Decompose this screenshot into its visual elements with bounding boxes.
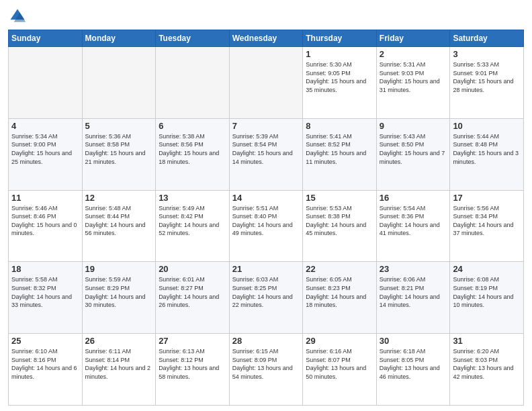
page: SundayMondayTuesdayWednesdayThursdayFrid… (0, 0, 532, 411)
calendar-cell: 9Sunrise: 5:43 AMSunset: 8:50 PMDaylight… (376, 118, 450, 190)
day-number: 23 (380, 264, 447, 274)
calendar-cell: 8Sunrise: 5:41 AMSunset: 8:52 PMDaylight… (303, 118, 377, 190)
calendar-week-row: 25Sunrise: 6:10 AMSunset: 8:16 PMDayligh… (9, 334, 524, 406)
day-number: 28 (232, 336, 300, 346)
day-number: 17 (453, 193, 521, 203)
day-info: Sunrise: 5:34 AMSunset: 9:00 PMDaylight:… (11, 132, 79, 166)
day-number: 4 (11, 121, 79, 131)
calendar-cell: 13Sunrise: 5:49 AMSunset: 8:42 PMDayligh… (156, 190, 230, 262)
day-number: 14 (232, 193, 300, 203)
day-number: 2 (380, 49, 447, 59)
calendar-table: SundayMondayTuesdayWednesdayThursdayFrid… (8, 30, 524, 406)
day-info: Sunrise: 5:49 AMSunset: 8:42 PMDaylight:… (159, 204, 226, 238)
col-header-wednesday: Wednesday (229, 30, 303, 47)
calendar-cell: 12Sunrise: 5:48 AMSunset: 8:44 PMDayligh… (82, 190, 156, 262)
day-info: Sunrise: 5:43 AMSunset: 8:50 PMDaylight:… (380, 132, 447, 166)
calendar-week-row: 18Sunrise: 5:58 AMSunset: 8:32 PMDayligh… (9, 262, 524, 334)
calendar-cell: 17Sunrise: 5:56 AMSunset: 8:34 PMDayligh… (450, 190, 524, 262)
day-info: Sunrise: 6:13 AMSunset: 8:12 PMDaylight:… (159, 347, 226, 381)
day-number: 15 (306, 193, 373, 203)
day-info: Sunrise: 5:41 AMSunset: 8:52 PMDaylight:… (306, 132, 373, 166)
day-number: 6 (159, 121, 226, 131)
day-number: 27 (159, 336, 226, 346)
calendar-cell: 7Sunrise: 5:39 AMSunset: 8:54 PMDaylight… (229, 118, 303, 190)
day-number: 1 (306, 49, 373, 59)
day-info: Sunrise: 5:31 AMSunset: 9:03 PMDaylight:… (380, 60, 447, 94)
calendar-cell: 20Sunrise: 6:01 AMSunset: 8:27 PMDayligh… (156, 262, 230, 334)
day-info: Sunrise: 5:46 AMSunset: 8:46 PMDaylight:… (11, 204, 79, 238)
day-info: Sunrise: 6:18 AMSunset: 8:05 PMDaylight:… (380, 347, 447, 381)
day-info: Sunrise: 5:36 AMSunset: 8:58 PMDaylight:… (85, 132, 153, 166)
day-info: Sunrise: 6:20 AMSunset: 8:03 PMDaylight:… (453, 347, 521, 381)
day-info: Sunrise: 6:05 AMSunset: 8:23 PMDaylight:… (306, 275, 373, 309)
day-info: Sunrise: 6:15 AMSunset: 8:09 PMDaylight:… (232, 347, 300, 381)
day-info: Sunrise: 5:51 AMSunset: 8:40 PMDaylight:… (232, 204, 300, 238)
col-header-monday: Monday (82, 30, 156, 47)
calendar-cell: 28Sunrise: 6:15 AMSunset: 8:09 PMDayligh… (229, 334, 303, 406)
calendar-cell: 27Sunrise: 6:13 AMSunset: 8:12 PMDayligh… (156, 334, 230, 406)
day-number: 10 (453, 121, 521, 131)
day-number: 31 (453, 336, 521, 346)
col-header-tuesday: Tuesday (156, 30, 230, 47)
calendar-cell: 29Sunrise: 6:16 AMSunset: 8:07 PMDayligh… (303, 334, 377, 406)
logo-icon (8, 7, 27, 26)
day-number: 29 (306, 336, 373, 346)
day-number: 9 (380, 121, 447, 131)
day-info: Sunrise: 5:38 AMSunset: 8:56 PMDaylight:… (159, 132, 226, 166)
calendar-cell: 19Sunrise: 5:59 AMSunset: 8:29 PMDayligh… (82, 262, 156, 334)
header (8, 7, 524, 26)
calendar-header-row: SundayMondayTuesdayWednesdayThursdayFrid… (9, 30, 524, 47)
day-info: Sunrise: 5:44 AMSunset: 8:48 PMDaylight:… (453, 132, 521, 166)
day-info: Sunrise: 6:06 AMSunset: 8:21 PMDaylight:… (380, 275, 447, 309)
day-number: 22 (306, 264, 373, 274)
calendar-cell: 16Sunrise: 5:54 AMSunset: 8:36 PMDayligh… (376, 190, 450, 262)
day-number: 8 (306, 121, 373, 131)
calendar-cell: 14Sunrise: 5:51 AMSunset: 8:40 PMDayligh… (229, 190, 303, 262)
day-info: Sunrise: 5:54 AMSunset: 8:36 PMDaylight:… (380, 204, 447, 238)
day-info: Sunrise: 5:56 AMSunset: 8:34 PMDaylight:… (453, 204, 521, 238)
calendar-cell: 23Sunrise: 6:06 AMSunset: 8:21 PMDayligh… (376, 262, 450, 334)
calendar-cell: 4Sunrise: 5:34 AMSunset: 9:00 PMDaylight… (9, 118, 83, 190)
calendar-cell: 15Sunrise: 5:53 AMSunset: 8:38 PMDayligh… (303, 190, 377, 262)
calendar-week-row: 1Sunrise: 5:30 AMSunset: 9:05 PMDaylight… (9, 47, 524, 119)
day-number: 13 (159, 193, 226, 203)
day-number: 25 (11, 336, 79, 346)
calendar-cell: 22Sunrise: 6:05 AMSunset: 8:23 PMDayligh… (303, 262, 377, 334)
calendar-cell: 11Sunrise: 5:46 AMSunset: 8:46 PMDayligh… (9, 190, 83, 262)
calendar-cell: 25Sunrise: 6:10 AMSunset: 8:16 PMDayligh… (9, 334, 83, 406)
day-number: 16 (380, 193, 447, 203)
calendar-cell: 24Sunrise: 6:08 AMSunset: 8:19 PMDayligh… (450, 262, 524, 334)
day-info: Sunrise: 5:58 AMSunset: 8:32 PMDaylight:… (11, 275, 79, 309)
calendar-cell: 10Sunrise: 5:44 AMSunset: 8:48 PMDayligh… (450, 118, 524, 190)
col-header-friday: Friday (376, 30, 450, 47)
day-info: Sunrise: 6:01 AMSunset: 8:27 PMDaylight:… (159, 275, 226, 309)
day-number: 26 (85, 336, 153, 346)
calendar-cell: 21Sunrise: 6:03 AMSunset: 8:25 PMDayligh… (229, 262, 303, 334)
day-number: 30 (380, 336, 447, 346)
day-info: Sunrise: 5:30 AMSunset: 9:05 PMDaylight:… (306, 60, 373, 94)
calendar-cell: 3Sunrise: 5:33 AMSunset: 9:01 PMDaylight… (450, 47, 524, 119)
col-header-thursday: Thursday (303, 30, 377, 47)
day-info: Sunrise: 6:16 AMSunset: 8:07 PMDaylight:… (306, 347, 373, 381)
day-number: 21 (232, 264, 300, 274)
day-info: Sunrise: 6:11 AMSunset: 8:14 PMDaylight:… (85, 347, 153, 381)
day-number: 20 (159, 264, 226, 274)
calendar-cell: 5Sunrise: 5:36 AMSunset: 8:58 PMDaylight… (82, 118, 156, 190)
day-info: Sunrise: 5:48 AMSunset: 8:44 PMDaylight:… (85, 204, 153, 238)
day-info: Sunrise: 5:39 AMSunset: 8:54 PMDaylight:… (232, 132, 300, 166)
day-info: Sunrise: 5:53 AMSunset: 8:38 PMDaylight:… (306, 204, 373, 238)
day-number: 3 (453, 49, 521, 59)
calendar-cell (229, 47, 303, 119)
calendar-cell (156, 47, 230, 119)
col-header-saturday: Saturday (450, 30, 524, 47)
calendar-cell (9, 47, 83, 119)
day-number: 5 (85, 121, 153, 131)
calendar-cell: 31Sunrise: 6:20 AMSunset: 8:03 PMDayligh… (450, 334, 524, 406)
calendar-cell: 1Sunrise: 5:30 AMSunset: 9:05 PMDaylight… (303, 47, 377, 119)
calendar-cell: 2Sunrise: 5:31 AMSunset: 9:03 PMDaylight… (376, 47, 450, 119)
day-number: 12 (85, 193, 153, 203)
day-number: 7 (232, 121, 300, 131)
logo (8, 7, 30, 26)
calendar-cell: 30Sunrise: 6:18 AMSunset: 8:05 PMDayligh… (376, 334, 450, 406)
day-info: Sunrise: 5:33 AMSunset: 9:01 PMDaylight:… (453, 60, 521, 94)
